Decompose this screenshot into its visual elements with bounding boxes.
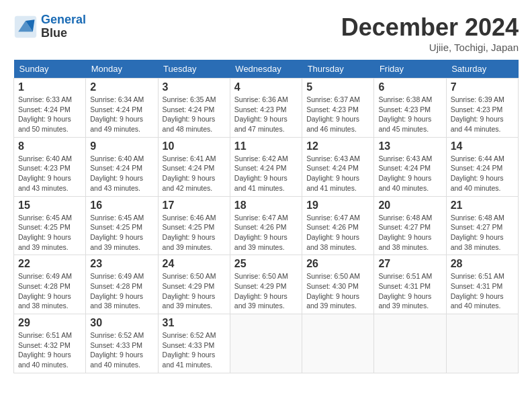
day-number: 29 [18,317,81,329]
day-number: 23 [90,258,153,270]
table-cell: 27Sunrise: 6:51 AMSunset: 4:31 PMDayligh… [374,255,446,314]
day-number: 26 [306,258,369,270]
day-info: Sunrise: 6:45 AMSunset: 4:25 PMDaylight:… [90,213,153,253]
table-cell [230,314,302,373]
week-row-2: 8Sunrise: 6:40 AMSunset: 4:23 PMDaylight… [14,137,519,196]
col-sunday: Sunday [14,60,86,79]
table-cell: 24Sunrise: 6:50 AMSunset: 4:29 PMDayligh… [158,255,230,314]
day-number: 28 [451,258,514,270]
table-cell: 28Sunrise: 6:51 AMSunset: 4:31 PMDayligh… [446,255,518,314]
day-number: 7 [451,81,514,93]
day-info: Sunrise: 6:49 AMSunset: 4:28 PMDaylight:… [90,271,153,311]
day-info: Sunrise: 6:36 AMSunset: 4:23 PMDaylight:… [234,95,298,134]
location: Ujiie, Tochigi, Japan [341,42,519,53]
table-cell [302,314,374,373]
week-row-1: 1Sunrise: 6:33 AMSunset: 4:24 PMDaylight… [14,79,519,138]
table-cell: 17Sunrise: 6:46 AMSunset: 4:25 PMDayligh… [158,196,230,255]
day-number: 6 [378,81,441,93]
day-number: 14 [451,140,514,152]
table-cell: 1Sunrise: 6:33 AMSunset: 4:24 PMDaylight… [14,79,86,138]
day-info: Sunrise: 6:42 AMSunset: 4:24 PMDaylight:… [234,154,298,193]
day-number: 12 [306,140,369,152]
col-tuesday: Tuesday [158,60,230,79]
day-number: 27 [378,258,441,270]
logo-line1: General [41,13,86,26]
day-info: Sunrise: 6:52 AMSunset: 4:33 PMDaylight:… [90,330,153,370]
table-cell: 15Sunrise: 6:45 AMSunset: 4:25 PMDayligh… [14,196,86,255]
day-info: Sunrise: 6:34 AMSunset: 4:24 PMDaylight:… [90,95,153,134]
day-info: Sunrise: 6:48 AMSunset: 4:27 PMDaylight:… [378,213,441,253]
col-thursday: Thursday [302,60,374,79]
logo: General Blue [13,13,86,40]
day-info: Sunrise: 6:44 AMSunset: 4:24 PMDaylight:… [451,154,514,193]
table-cell: 8Sunrise: 6:40 AMSunset: 4:23 PMDaylight… [14,137,86,196]
day-number: 24 [163,258,226,270]
title-block: December 2024 Ujiie, Tochigi, Japan [341,13,519,53]
day-info: Sunrise: 6:38 AMSunset: 4:23 PMDaylight:… [378,95,441,134]
day-number: 18 [234,199,298,212]
table-cell: 6Sunrise: 6:38 AMSunset: 4:23 PMDaylight… [374,79,446,138]
header-row: Sunday Monday Tuesday Wednesday Thursday… [14,60,519,79]
day-info: Sunrise: 6:43 AMSunset: 4:24 PMDaylight:… [378,154,441,193]
day-number: 20 [378,199,441,212]
day-info: Sunrise: 6:50 AMSunset: 4:29 PMDaylight:… [163,271,226,311]
table-cell: 14Sunrise: 6:44 AMSunset: 4:24 PMDayligh… [446,137,518,196]
table-cell [374,314,446,373]
day-info: Sunrise: 6:33 AMSunset: 4:24 PMDaylight:… [18,95,81,134]
logo-icon [13,15,38,39]
day-info: Sunrise: 6:51 AMSunset: 4:31 PMDaylight:… [451,271,514,311]
table-cell: 12Sunrise: 6:43 AMSunset: 4:24 PMDayligh… [302,137,374,196]
day-number: 13 [378,140,441,152]
day-number: 16 [90,199,153,212]
week-row-3: 15Sunrise: 6:45 AMSunset: 4:25 PMDayligh… [14,196,519,255]
table-cell: 18Sunrise: 6:47 AMSunset: 4:26 PMDayligh… [230,196,302,255]
day-number: 17 [163,199,226,212]
day-info: Sunrise: 6:47 AMSunset: 4:26 PMDaylight:… [306,213,369,253]
col-wednesday: Wednesday [230,60,302,79]
day-number: 4 [234,81,298,93]
table-cell: 13Sunrise: 6:43 AMSunset: 4:24 PMDayligh… [374,137,446,196]
col-friday: Friday [374,60,446,79]
table-cell: 3Sunrise: 6:35 AMSunset: 4:24 PMDaylight… [158,79,230,138]
day-info: Sunrise: 6:52 AMSunset: 4:33 PMDaylight:… [163,330,226,370]
day-info: Sunrise: 6:39 AMSunset: 4:23 PMDaylight:… [451,95,514,134]
day-number: 10 [163,140,226,152]
day-number: 8 [18,140,81,152]
table-cell: 10Sunrise: 6:41 AMSunset: 4:24 PMDayligh… [158,137,230,196]
day-number: 22 [18,258,81,270]
day-info: Sunrise: 6:51 AMSunset: 4:32 PMDaylight:… [18,330,81,370]
day-number: 5 [306,81,369,93]
day-info: Sunrise: 6:43 AMSunset: 4:24 PMDaylight:… [306,154,369,193]
page-header: General Blue December 2024 Ujiie, Tochig… [13,13,519,53]
table-cell: 19Sunrise: 6:47 AMSunset: 4:26 PMDayligh… [302,196,374,255]
day-info: Sunrise: 6:49 AMSunset: 4:28 PMDaylight:… [18,271,81,311]
table-cell: 29Sunrise: 6:51 AMSunset: 4:32 PMDayligh… [14,314,86,373]
logo-line2: Blue [41,27,86,40]
table-cell: 20Sunrise: 6:48 AMSunset: 4:27 PMDayligh… [374,196,446,255]
table-cell: 4Sunrise: 6:36 AMSunset: 4:23 PMDaylight… [230,79,302,138]
day-info: Sunrise: 6:37 AMSunset: 4:23 PMDaylight:… [306,95,369,134]
day-info: Sunrise: 6:45 AMSunset: 4:25 PMDaylight:… [18,213,81,253]
table-cell: 16Sunrise: 6:45 AMSunset: 4:25 PMDayligh… [86,196,158,255]
table-cell: 23Sunrise: 6:49 AMSunset: 4:28 PMDayligh… [86,255,158,314]
day-info: Sunrise: 6:48 AMSunset: 4:27 PMDaylight:… [451,213,514,253]
day-info: Sunrise: 6:50 AMSunset: 4:29 PMDaylight:… [234,271,298,311]
table-cell: 5Sunrise: 6:37 AMSunset: 4:23 PMDaylight… [302,79,374,138]
day-info: Sunrise: 6:40 AMSunset: 4:23 PMDaylight:… [18,154,81,193]
calendar-table: Sunday Monday Tuesday Wednesday Thursday… [13,60,519,373]
col-saturday: Saturday [446,60,518,79]
day-info: Sunrise: 6:35 AMSunset: 4:24 PMDaylight:… [163,95,226,134]
day-number: 11 [234,140,298,152]
table-cell: 30Sunrise: 6:52 AMSunset: 4:33 PMDayligh… [86,314,158,373]
month-title: December 2024 [341,13,519,42]
table-cell: 22Sunrise: 6:49 AMSunset: 4:28 PMDayligh… [14,255,86,314]
day-number: 15 [18,199,81,212]
table-cell: 26Sunrise: 6:50 AMSunset: 4:30 PMDayligh… [302,255,374,314]
day-number: 25 [234,258,298,270]
day-number: 1 [18,81,81,93]
day-number: 30 [90,317,153,329]
table-cell: 11Sunrise: 6:42 AMSunset: 4:24 PMDayligh… [230,137,302,196]
day-info: Sunrise: 6:40 AMSunset: 4:24 PMDaylight:… [90,154,153,193]
day-number: 31 [163,317,226,329]
col-monday: Monday [86,60,158,79]
